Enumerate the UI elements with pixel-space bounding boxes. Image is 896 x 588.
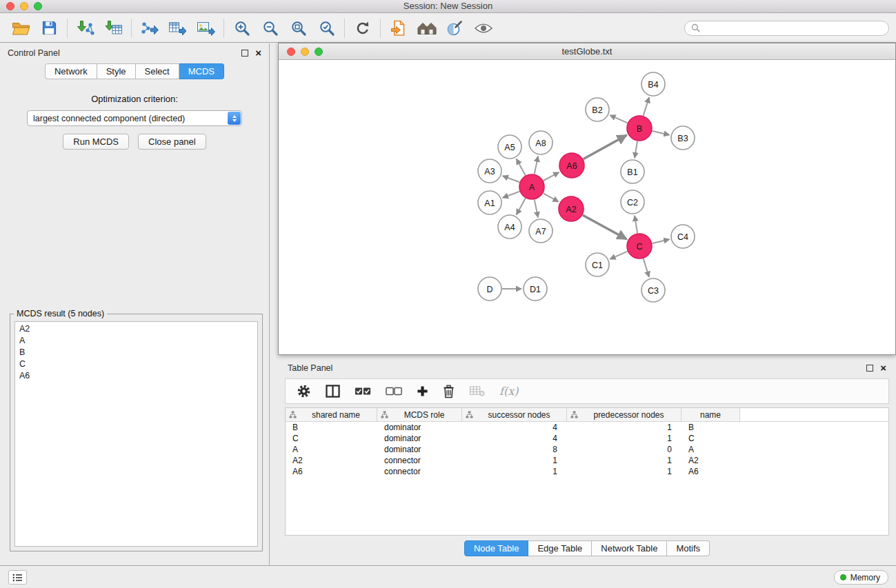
- graph-node-A8[interactable]: A8: [529, 131, 552, 154]
- table-row[interactable]: B dominator 4 1 B: [286, 422, 888, 433]
- import-table-button[interactable]: [99, 17, 128, 40]
- graph-node-B[interactable]: B: [627, 116, 652, 141]
- graph-node-A4[interactable]: A4: [498, 215, 521, 239]
- close-window-button[interactable]: [6, 2, 14, 10]
- tab-select[interactable]: Select: [136, 63, 179, 79]
- refresh-button[interactable]: [348, 17, 377, 40]
- graph-edge-A-A7[interactable]: [535, 200, 538, 218]
- close-mcds-panel-button[interactable]: Close panel: [138, 134, 206, 150]
- network-close-button[interactable]: [287, 48, 295, 56]
- graph-edge-A6-B[interactable]: [584, 135, 627, 159]
- graph-edge-A-A1[interactable]: [503, 192, 520, 198]
- graph-edge-A-A3[interactable]: [503, 176, 520, 182]
- table-panel-close-button[interactable]: ×: [880, 365, 886, 372]
- tab-edge-table[interactable]: Edge Table: [528, 540, 592, 556]
- graph-node-A1[interactable]: A1: [478, 191, 501, 214]
- graph-edge-C-C3[interactable]: [644, 258, 649, 277]
- graph-edge-C-C4[interactable]: [653, 239, 670, 243]
- tab-network-table[interactable]: Network Table: [592, 540, 667, 556]
- graph-node-A5[interactable]: A5: [498, 135, 521, 159]
- graph-node-B1[interactable]: B1: [621, 160, 644, 183]
- tab-style[interactable]: Style: [97, 63, 136, 79]
- zoom-selected-button[interactable]: [312, 17, 341, 40]
- mcds-result-list[interactable]: A2 A B C A6: [14, 321, 258, 547]
- tab-mcds[interactable]: MCDS: [179, 63, 224, 79]
- network-maximize-button[interactable]: [315, 48, 323, 56]
- graph-edge-B-B2[interactable]: [610, 115, 627, 123]
- zoom-in-button[interactable]: [228, 17, 256, 40]
- graph-node-C1[interactable]: C1: [586, 253, 609, 276]
- tab-node-table[interactable]: Node Table: [464, 540, 529, 556]
- column-visibility-button[interactable]: [326, 385, 340, 398]
- column-header-successor-nodes[interactable]: successor nodes: [462, 408, 567, 421]
- graph-node-A2[interactable]: A2: [559, 196, 584, 221]
- minimize-window-button[interactable]: [20, 2, 28, 10]
- graph-edge-C-C1[interactable]: [610, 252, 627, 259]
- graph-node-C3[interactable]: C3: [641, 278, 665, 302]
- graph-edge-A-A5[interactable]: [517, 159, 526, 176]
- graph-node-D1[interactable]: D1: [524, 277, 547, 301]
- table-row[interactable]: A2 connector 1 1 A2: [286, 455, 888, 466]
- column-header-predecessor-nodes[interactable]: predecessor nodes: [567, 408, 681, 421]
- graph-node-A7[interactable]: A7: [529, 219, 552, 243]
- result-item[interactable]: A2: [15, 323, 257, 335]
- tab-network[interactable]: Network: [45, 63, 97, 79]
- table-row[interactable]: C dominator 4 1 C: [286, 433, 888, 444]
- deselect-all-button[interactable]: [386, 386, 402, 396]
- search-input[interactable]: [704, 23, 882, 33]
- graph-node-B2[interactable]: B2: [586, 98, 609, 121]
- memory-button[interactable]: Memory: [834, 570, 888, 585]
- graph-edge-A2-C[interactable]: [583, 215, 627, 239]
- export-network-button[interactable]: [135, 17, 163, 40]
- tab-motifs[interactable]: Motifs: [667, 540, 710, 556]
- open-session-file-button[interactable]: [384, 17, 412, 40]
- result-item[interactable]: A6: [15, 370, 257, 382]
- criterion-select[interactable]: largest connected component (directed): [27, 110, 242, 126]
- graph-edge-A-A8[interactable]: [535, 156, 538, 174]
- run-mcds-button[interactable]: Run MCDS: [63, 134, 129, 150]
- graph-node-C[interactable]: C: [627, 234, 652, 258]
- annotation-button[interactable]: [441, 17, 469, 40]
- graph-node-A3[interactable]: A3: [478, 159, 501, 183]
- column-header-name[interactable]: name: [681, 408, 740, 421]
- graph-edge-B-B4[interactable]: [644, 97, 649, 116]
- save-session-button[interactable]: [35, 17, 63, 40]
- graph-edge-A-A6[interactable]: [544, 172, 559, 181]
- table-panel-float-button[interactable]: [866, 365, 873, 372]
- graph-node-A[interactable]: A: [519, 174, 544, 199]
- network-minimize-button[interactable]: [301, 48, 309, 56]
- column-header-mcds-role[interactable]: MCDS role: [377, 408, 462, 421]
- graph-node-C4[interactable]: C4: [671, 225, 695, 248]
- network-window-titlebar[interactable]: testGlobe.txt: [279, 43, 895, 60]
- select-all-button[interactable]: [355, 386, 371, 396]
- table-row[interactable]: A6 connector 1 1 A6: [286, 466, 888, 477]
- graph-node-C2[interactable]: C2: [621, 190, 644, 214]
- column-header-shared-name[interactable]: shared name: [286, 408, 377, 421]
- result-item[interactable]: C: [15, 358, 257, 370]
- graph-node-B3[interactable]: B3: [671, 126, 695, 150]
- graph-node-B4[interactable]: B4: [641, 72, 665, 96]
- graph-edge-B-B3[interactable]: [653, 131, 670, 135]
- export-image-button[interactable]: [192, 17, 220, 40]
- network-graph-svg[interactable]: B4B2BB3A8A5A6A3B1AC2A1A2A4A7C4CC1C3DD1: [279, 61, 895, 354]
- graph-edge-C-C2[interactable]: [635, 216, 637, 233]
- open-file-button[interactable]: [7, 17, 35, 40]
- graph-edge-B-B1[interactable]: [635, 141, 637, 158]
- zoom-fit-button[interactable]: [284, 17, 312, 40]
- graph-edge-A-A2[interactable]: [544, 193, 559, 201]
- import-network-button[interactable]: [71, 17, 99, 40]
- control-panel-float-button[interactable]: [241, 50, 248, 57]
- task-history-button[interactable]: [8, 570, 27, 585]
- table-row[interactable]: A dominator 8 0 A: [286, 444, 888, 455]
- delete-column-button[interactable]: [443, 385, 455, 398]
- delete-table-button[interactable]: [469, 385, 485, 398]
- network-canvas[interactable]: B4B2BB3A8A5A6A3B1AC2A1A2A4A7C4CC1C3DD1: [279, 61, 895, 354]
- add-column-button[interactable]: [417, 385, 428, 397]
- home-button[interactable]: [412, 17, 441, 40]
- table-settings-button[interactable]: [297, 384, 311, 398]
- graph-edge-A-A4[interactable]: [517, 199, 526, 215]
- show-hide-button[interactable]: [469, 17, 497, 40]
- zoom-out-button[interactable]: [256, 17, 284, 40]
- control-panel-close-button[interactable]: ×: [255, 50, 261, 57]
- fullscreen-window-button[interactable]: [34, 2, 42, 10]
